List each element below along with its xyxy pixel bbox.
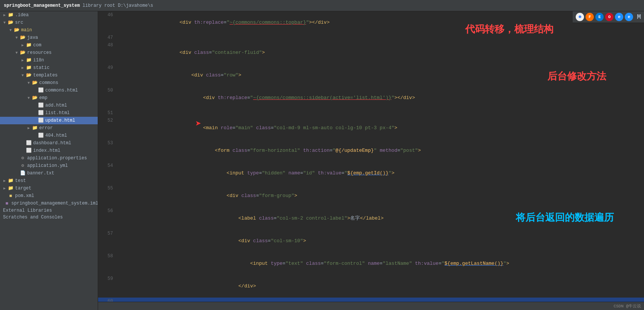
sidebar-item-update-html[interactable]: ▶ ⬜ update.html [0,117,98,124]
sidebar-item-index-html[interactable]: ▶ ⬜ index.html [0,147,98,154]
code-line [123,109,644,117]
sidebar-item-main[interactable]: ▼ 📂 main [0,26,98,34]
sidebar-item-resources[interactable]: ▼ 📂 resources [0,49,98,57]
item-label: pom.xml [15,193,34,199]
table-row: 49 <div class="row"> [98,64,644,87]
code-line [123,34,644,41]
project-name: springboot_management_system [4,3,80,8]
bottom-bar-text: CSDN @牛云说 [613,303,641,309]
bottom-bar: CSDN @牛云说 [98,302,644,310]
item-label: .idea [15,12,29,18]
expand-arrow: ▼ [14,36,20,40]
table-row: 55 <div class="form-group"> [98,185,644,207]
table-row: 50 <div th:replace="~{commons/commons::s… [98,87,644,109]
line-number: 46 [98,11,117,34]
item-label: emp [39,95,48,101]
code-line: <input type="hidden" name="id" th:value=… [123,162,644,185]
line-gutter [117,252,123,275]
item-label: error [39,125,53,131]
sidebar-item-static[interactable]: ▶ 📁 static [0,64,98,72]
sidebar-item-iml[interactable]: ▶ ◼ springboot_management_system.iml [0,200,98,207]
ie2-icon[interactable]: e [625,13,633,21]
sidebar-item-app-props[interactable]: ▶ ⚙ application.properties [0,154,98,162]
item-label: templates [33,73,58,78]
sidebar-item-templates[interactable]: ▼ 📂 templates [0,72,98,79]
sidebar-scratches[interactable]: Scratches and Consoles [0,214,98,221]
sidebar-item-error[interactable]: ▶ 📁 error [0,124,98,132]
sidebar-item-commons[interactable]: ▼ 📂 commons [0,79,98,87]
table-row: 56 <label class="col-sm-2 control-label"… [98,207,644,230]
item-label: main [21,27,32,33]
code-line: <form class="form-horizontal" th:action=… [123,139,644,162]
code-line: <div class="row"> [123,64,644,87]
folder-icon: 📁 [8,12,14,18]
code-line: <div class="form-group"> [123,185,644,207]
sidebar-item-test[interactable]: ▶ 📁 test [0,177,98,185]
sidebar-item-banner-txt[interactable]: ▶ 📄 banner.txt [0,170,98,177]
title-path: library root D:\javahome\s [80,3,153,8]
opera-icon[interactable]: O [605,13,613,21]
expand-arrow: ▶ [2,179,8,183]
chrome-icon[interactable]: ● [576,13,584,21]
expand-arrow: ▼ [20,73,26,78]
expand-arrow: ▶ [20,66,26,70]
html-icon: ⬜ [38,118,44,124]
firefox-icon[interactable]: F [586,13,594,21]
code-editor[interactable]: 46 <div th:replace="~{commons/commons::t… [98,11,644,302]
folder-icon: 📁 [8,185,14,191]
more-icon: M [637,13,641,21]
line-number: 52 [98,117,117,139]
line-number: 53 [98,139,117,162]
sidebar-item-i18n[interactable]: ▶ 📁 i18n [0,57,98,64]
iml-icon: ◼ [4,200,10,206]
item-label: springboot_management_system.iml [11,201,98,206]
ie-icon[interactable]: e [615,13,623,21]
line-number: 50 [98,87,117,109]
table-row: 46 <div th:replace="~{commons/commons::t… [98,11,644,34]
browser-icons-bar: ● F E O e e M [573,11,644,23]
sidebar-item-emp[interactable]: ▼ 📂 emp [0,94,98,102]
code-line: <div class="col-sm-10"> [123,230,644,252]
line-gutter [117,109,123,117]
sidebar-item-target[interactable]: ▶ 📁 target [0,185,98,192]
sidebar-item-list-html[interactable]: ▶ ⬜ list.html [0,109,98,117]
line-gutter [117,298,123,302]
html-icon: ⬜ [26,148,32,154]
table-row: 57 <div class="col-sm-10"> [98,230,644,252]
sidebar-item-dashboard-html[interactable]: ▶ ⬜ dashboard.html [0,139,98,147]
edge-icon[interactable]: E [595,13,604,21]
sidebar-item-src[interactable]: ▼ 📂 src [0,19,98,26]
sidebar-item-add-html[interactable]: ▶ ⬜ add.html [0,102,98,109]
table-row: 52 <main role="main" class="col-md-9 ml-… [98,117,644,139]
folder-icon: 📁 [8,178,14,184]
table-row: 48 <div class="container-fluid"> [98,41,644,64]
line-number: 51 [98,109,117,117]
sidebar-item-commons-html[interactable]: ▶ ⬜ commons.html [0,87,98,94]
properties-icon: ⚙ [20,155,26,161]
line-gutter [117,64,123,87]
line-number: 56 [98,207,117,230]
item-label: banner.txt [27,171,54,176]
sidebar-item-idea[interactable]: ▶ 📁 .idea [0,11,98,19]
sidebar-item-pom-xml[interactable]: ▶ ◼ pom.xml [0,192,98,200]
sidebar-external-libraries[interactable]: External Libraries [0,207,98,214]
item-label: dashboard.html [33,140,71,146]
item-label: update.html [45,118,75,123]
sidebar-item-404-html[interactable]: ▶ ⬜ 404.html [0,132,98,139]
sidebar-item-java[interactable]: ▼ 📂 java [0,34,98,41]
item-label: add.html [45,103,67,108]
sidebar-item-com[interactable]: ▶ 📁 com [0,41,98,49]
expand-arrow: ▼ [14,51,20,55]
sidebar-item-app-yml[interactable]: ▶ ⚙ application.yml [0,162,98,170]
table-row: 53 <form class="form-horizontal" th:acti… [98,139,644,162]
yml-icon: ⚙ [20,163,26,169]
folder-icon: 📁 [26,42,32,48]
line-gutter [117,87,123,109]
sidebar: ▶ 📁 .idea ▼ 📂 src ▼ 📂 main ▼ 📂 java ▶ 📁 … [0,11,98,310]
table-row: 58 <input type="text" class="form-contro… [98,252,644,275]
line-gutter [117,275,123,298]
expand-arrow: ▶ [26,126,32,130]
folder-icon: 📂 [26,72,32,78]
line-gutter [117,11,123,34]
editor-area: ● F E O e e M 46 <div th:replace="~{comm… [98,11,644,310]
